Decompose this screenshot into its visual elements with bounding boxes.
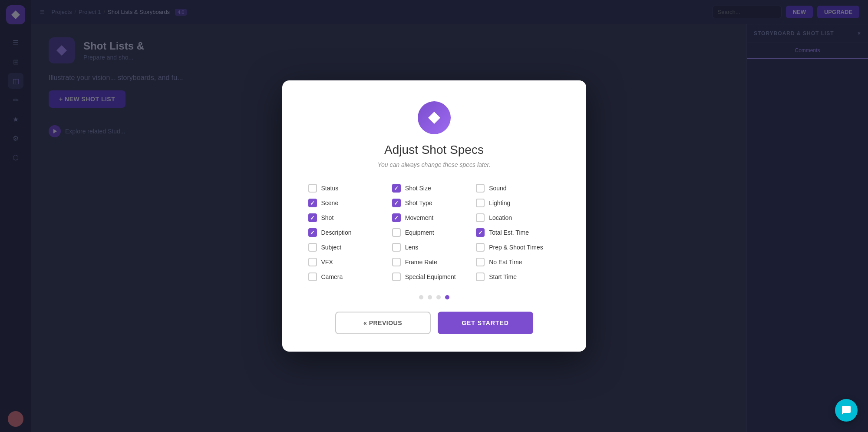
checkbox-lighting-label: Lighting: [489, 199, 510, 206]
dot-3[interactable]: [436, 295, 441, 299]
checkbox-camera-box[interactable]: [308, 272, 317, 281]
checkbox-sound[interactable]: Sound: [476, 184, 560, 193]
checkbox-scene-label: Scene: [321, 199, 339, 206]
dot-1[interactable]: [419, 295, 423, 299]
checkbox-movement[interactable]: Movement: [392, 213, 476, 222]
modal-backdrop: Adjust Shot Specs You can always change …: [0, 0, 868, 432]
checkbox-camera-label: Camera: [321, 273, 343, 280]
checkbox-prep-shoot-times[interactable]: Prep & Shoot Times: [476, 243, 560, 252]
checkbox-location-box[interactable]: [476, 213, 485, 222]
checkbox-prep-shoot-times-label: Prep & Shoot Times: [489, 244, 543, 251]
checkbox-no-est-time-box[interactable]: [476, 258, 485, 266]
checkbox-status-label: Status: [321, 185, 339, 192]
checkbox-description-label: Description: [321, 229, 352, 236]
checkbox-description-box[interactable]: [308, 228, 317, 237]
checkbox-sound-box[interactable]: [476, 184, 485, 193]
checkbox-lens-label: Lens: [405, 244, 418, 251]
modal-logo: [308, 101, 560, 134]
checkbox-no-est-time[interactable]: No Est Time: [476, 258, 560, 266]
checkbox-shot-type-box[interactable]: [392, 199, 401, 207]
checkbox-movement-box[interactable]: [392, 213, 401, 222]
checkbox-shot[interactable]: Shot: [308, 213, 392, 222]
checkbox-grid: Status Scene Shot Description Subject: [308, 184, 560, 281]
checkbox-start-time-box[interactable]: [476, 272, 485, 281]
modal-buttons: « PREVIOUS GET STARTED: [308, 312, 560, 334]
checkbox-subject[interactable]: Subject: [308, 243, 392, 252]
get-started-button[interactable]: GET STARTED: [438, 312, 533, 334]
checkbox-vfx[interactable]: VFX: [308, 258, 392, 266]
checkbox-no-est-time-label: No Est Time: [489, 259, 522, 266]
checkbox-subject-box[interactable]: [308, 243, 317, 252]
checkbox-lens-box[interactable]: [392, 243, 401, 252]
previous-button[interactable]: « PREVIOUS: [335, 312, 431, 334]
checkbox-start-time[interactable]: Start Time: [476, 272, 560, 281]
checkbox-status[interactable]: Status: [308, 184, 392, 193]
checkbox-shot-size-label: Shot Size: [405, 185, 431, 192]
checkbox-special-equipment[interactable]: Special Equipment: [392, 272, 476, 281]
checkbox-subject-label: Subject: [321, 244, 342, 251]
checkbox-special-equipment-box[interactable]: [392, 272, 401, 281]
checkbox-col-3: Sound Lighting Location Total Est. Time …: [476, 184, 560, 281]
checkbox-shot-size-box[interactable]: [392, 184, 401, 193]
pagination-dots: [308, 295, 560, 299]
checkbox-shot-box[interactable]: [308, 213, 317, 222]
checkbox-vfx-label: VFX: [321, 259, 333, 266]
checkbox-col-2: Shot Size Shot Type Movement Equipment L…: [392, 184, 476, 281]
dot-2[interactable]: [428, 295, 432, 299]
checkbox-special-equipment-label: Special Equipment: [405, 273, 456, 280]
checkbox-movement-label: Movement: [405, 214, 433, 221]
checkbox-scene-box[interactable]: [308, 199, 317, 207]
modal-title: Adjust Shot Specs: [308, 143, 560, 157]
checkbox-total-est-time-box[interactable]: [476, 228, 485, 237]
checkbox-shot-type[interactable]: Shot Type: [392, 199, 476, 207]
checkbox-total-est-time-label: Total Est. Time: [489, 229, 529, 236]
modal-subtitle: You can always change these specs later.: [308, 161, 560, 168]
checkbox-scene[interactable]: Scene: [308, 199, 392, 207]
modal: Adjust Shot Specs You can always change …: [282, 80, 586, 352]
chat-bubble[interactable]: [835, 399, 858, 422]
checkbox-lens[interactable]: Lens: [392, 243, 476, 252]
checkbox-frame-rate-label: Frame Rate: [405, 259, 437, 266]
checkbox-status-box[interactable]: [308, 184, 317, 193]
checkbox-shot-size[interactable]: Shot Size: [392, 184, 476, 193]
checkbox-vfx-box[interactable]: [308, 258, 317, 266]
checkbox-location[interactable]: Location: [476, 213, 560, 222]
checkbox-description[interactable]: Description: [308, 228, 392, 237]
checkbox-total-est-time[interactable]: Total Est. Time: [476, 228, 560, 237]
checkbox-equipment-label: Equipment: [405, 229, 434, 236]
checkbox-lighting[interactable]: Lighting: [476, 199, 560, 207]
dot-4[interactable]: [445, 295, 449, 299]
checkbox-prep-shoot-times-box[interactable]: [476, 243, 485, 252]
checkbox-shot-label: Shot: [321, 214, 334, 221]
checkbox-location-label: Location: [489, 214, 512, 221]
checkbox-sound-label: Sound: [489, 185, 506, 192]
checkbox-start-time-label: Start Time: [489, 273, 517, 280]
checkbox-shot-type-label: Shot Type: [405, 199, 432, 206]
checkbox-equipment[interactable]: Equipment: [392, 228, 476, 237]
modal-logo-circle: [418, 101, 451, 134]
checkbox-lighting-box[interactable]: [476, 199, 485, 207]
checkbox-equipment-box[interactable]: [392, 228, 401, 237]
checkbox-col-1: Status Scene Shot Description Subject: [308, 184, 392, 281]
checkbox-camera[interactable]: Camera: [308, 272, 392, 281]
checkbox-frame-rate[interactable]: Frame Rate: [392, 258, 476, 266]
checkbox-frame-rate-box[interactable]: [392, 258, 401, 266]
